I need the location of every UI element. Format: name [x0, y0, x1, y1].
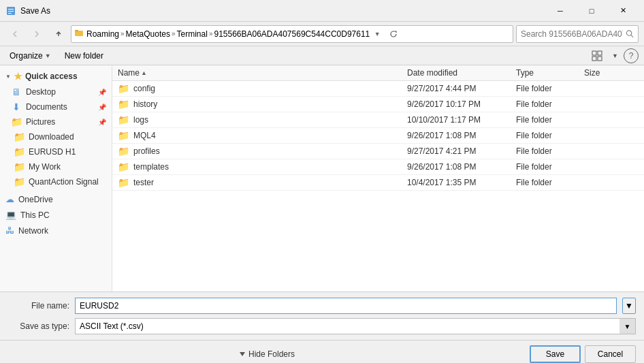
sidebar-item-quantaction[interactable]: 📁 QuantAction Signal — [0, 174, 112, 189]
sidebar-item-eurusd-label: EURUSD H1 — [29, 147, 76, 157]
svg-marker-12 — [240, 352, 245, 356]
folder-icon: 📁 — [118, 130, 129, 141]
file-date: 10/10/2017 1:17 PM — [407, 115, 516, 125]
sidebar-item-thispc[interactable]: 💻 This PC — [0, 208, 112, 222]
refresh-button[interactable] — [385, 25, 402, 43]
form-area: File name: ▼ Save as type: ASCII Text (*… — [0, 292, 644, 340]
folder-icon: 📁 — [118, 177, 129, 188]
svg-rect-1 — [8, 11, 14, 12]
file-date: 9/26/2017 1:08 PM — [407, 162, 516, 172]
thispc-icon: 💻 — [5, 210, 16, 220]
savetype-wrapper: ASCII Text (*.csv) ▼ — [75, 318, 636, 334]
svg-line-7 — [631, 35, 633, 37]
file-type: File folder — [516, 131, 584, 140]
onedrive-icon: ☁ — [5, 194, 14, 204]
up-button[interactable] — [49, 25, 68, 44]
save-button[interactable]: Save — [530, 345, 581, 363]
hide-folders-label: Hide Folders — [248, 349, 295, 359]
crumb-metaquotes[interactable]: MetaQuotes — [126, 29, 170, 39]
sidebar-item-downloaded-label: Downloaded — [29, 132, 74, 142]
minimize-button[interactable]: ─ — [545, 0, 576, 22]
view-button[interactable] — [587, 48, 607, 64]
new-folder-menu[interactable]: New folder — [61, 48, 108, 63]
quick-access-header[interactable]: ▼ ★ Quick access — [0, 68, 112, 84]
quantaction-folder-icon: 📁 — [14, 176, 25, 187]
window-icon — [5, 5, 16, 16]
savetype-select[interactable]: ASCII Text (*.csv) — [75, 318, 636, 334]
search-input[interactable] — [521, 29, 623, 39]
bottom-section: File name: ▼ Save as type: ASCII Text (*… — [0, 291, 644, 363]
view-dropdown-arrow[interactable]: ▼ — [612, 52, 618, 59]
table-row[interactable]: 📁 templates 9/26/2017 1:08 PM File folde… — [112, 159, 644, 175]
help-button[interactable]: ? — [624, 48, 639, 63]
menu-bar: Organize ▼ New folder ▼ ? — [0, 46, 644, 65]
table-row[interactable]: 📁 logs 10/10/2017 1:17 PM File folder — [112, 112, 644, 128]
sidebar-item-documents-label: Documents — [26, 102, 67, 112]
content-area: ▼ ★ Quick access 🖥 Desktop 📌 ⬇ Documents… — [0, 65, 644, 291]
sidebar-item-mywork[interactable]: 📁 My Work — [0, 159, 112, 174]
sidebar-item-desktop[interactable]: 🖥 Desktop 📌 — [0, 84, 112, 99]
documents-folder-icon: ⬇ — [11, 101, 22, 112]
sidebar-item-pictures-label: Pictures — [26, 117, 55, 127]
close-button[interactable]: ✕ — [607, 0, 639, 22]
file-type: File folder — [516, 84, 584, 93]
filename-label: File name: — [8, 301, 69, 311]
table-row[interactable]: 📁 config 9/27/2017 4:44 PM File folder — [112, 81, 644, 97]
filename-dropdown-button[interactable]: ▼ — [622, 298, 636, 314]
table-row[interactable]: 📁 history 9/26/2017 10:17 PM File folder — [112, 97, 644, 112]
hide-folders-toggle[interactable]: Hide Folders — [239, 349, 295, 359]
title-bar-controls: ─ □ ✕ — [545, 0, 639, 22]
address-bar[interactable]: Roaming » MetaQuotes » Terminal » 915566… — [71, 25, 513, 43]
toolbar: Roaming » MetaQuotes » Terminal » 915566… — [0, 22, 644, 46]
organize-menu[interactable]: Organize ▼ — [5, 48, 55, 63]
svg-rect-10 — [592, 57, 596, 61]
pin-icon-documents: 📌 — [98, 104, 106, 111]
organize-chevron: ▼ — [45, 52, 51, 59]
downloaded-folder-icon: 📁 — [14, 131, 25, 142]
sidebar-item-documents[interactable]: ⬇ Documents 📌 — [0, 99, 112, 114]
folder-address-icon — [74, 28, 84, 40]
title-bar-text: Save As — [20, 6, 545, 16]
crumb-hash[interactable]: 915566BA06ADA407569C544CC0D97611 — [214, 29, 370, 39]
file-type: File folder — [516, 146, 584, 156]
crumb-terminal[interactable]: Terminal — [177, 29, 208, 39]
col-header-date[interactable]: Date modified — [407, 68, 516, 78]
sidebar: ▼ ★ Quick access 🖥 Desktop 📌 ⬇ Documents… — [0, 65, 112, 291]
cancel-button[interactable]: Cancel — [585, 345, 636, 363]
file-name: logs — [133, 115, 148, 125]
filename-input[interactable] — [75, 298, 617, 314]
folder-icon: 📁 — [118, 99, 129, 110]
file-type: File folder — [516, 162, 584, 172]
address-dropdown-button[interactable]: ▼ — [372, 27, 382, 42]
crumb-roaming[interactable]: Roaming — [86, 29, 119, 39]
svg-rect-5 — [75, 30, 78, 31]
maximize-button[interactable]: □ — [576, 0, 607, 22]
file-name: config — [133, 84, 155, 93]
table-row[interactable]: 📁 tester 10/4/2017 1:35 PM File folder — [112, 175, 644, 191]
file-name: MQL4 — [133, 131, 156, 140]
table-row[interactable]: 📁 profiles 9/27/2017 4:21 PM File folder — [112, 144, 644, 159]
file-date: 9/26/2017 1:08 PM — [407, 131, 516, 140]
sidebar-item-network[interactable]: 🖧 Network — [0, 223, 112, 238]
pictures-folder-icon: 📁 — [11, 116, 22, 127]
sidebar-item-onedrive[interactable]: ☁ OneDrive — [0, 192, 112, 206]
table-row[interactable]: 📁 MQL4 9/26/2017 1:08 PM File folder — [112, 128, 644, 144]
sidebar-item-pictures[interactable]: 📁 Pictures 📌 — [0, 114, 112, 129]
svg-point-6 — [626, 31, 631, 35]
folder-icon: 📁 — [118, 161, 129, 172]
sidebar-item-eurusd[interactable]: 📁 EURUSD H1 — [0, 144, 112, 159]
file-date: 9/27/2017 4:21 PM — [407, 146, 516, 156]
search-bar[interactable] — [516, 25, 639, 43]
sidebar-item-mywork-label: My Work — [29, 162, 61, 172]
forward-button[interactable] — [27, 25, 46, 44]
svg-rect-2 — [8, 9, 14, 10]
col-header-size[interactable]: Size — [584, 68, 639, 78]
file-type: File folder — [516, 115, 584, 125]
col-header-name[interactable]: Name ▲ — [118, 68, 407, 78]
onedrive-label: OneDrive — [18, 195, 53, 204]
quick-access-chevron: ▼ — [5, 74, 11, 80]
back-button[interactable] — [5, 25, 25, 44]
svg-rect-9 — [598, 51, 602, 55]
col-header-type[interactable]: Type — [516, 68, 584, 78]
sidebar-item-downloaded[interactable]: 📁 Downloaded — [0, 129, 112, 144]
